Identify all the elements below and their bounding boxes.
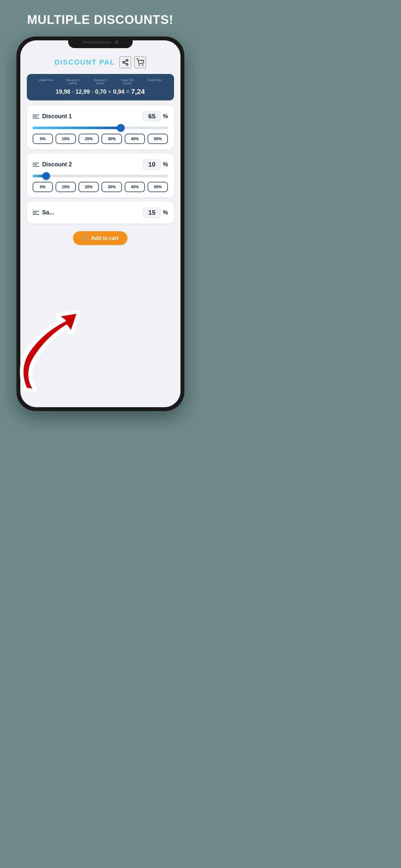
svg-line-3 <box>124 63 126 64</box>
svg-point-5 <box>139 65 140 66</box>
discount1-value-group: 65 % <box>142 111 168 122</box>
op4: = <box>126 89 129 95</box>
discount2-pct-buttons: 0% 10% 20% 30% 40% 50% <box>33 182 168 192</box>
discount1-title-group: Discount 1 <box>33 113 72 120</box>
summary-values: 19,98 - 12,99 - 0,70 + 0,94 = 7,24 <box>33 88 168 96</box>
notch-bar <box>82 41 112 43</box>
discount2-slider-track[interactable] <box>33 175 168 177</box>
phone-notch <box>68 36 133 48</box>
discount2-title: Discount 2 <box>42 161 72 168</box>
discount2-header: Discount 2 10 % <box>33 159 168 170</box>
share-button[interactable] <box>120 57 131 68</box>
sliders-icon-1 <box>33 115 39 119</box>
discount2-title-group: Discount 2 <box>33 161 72 168</box>
discount2-slider-thumb[interactable] <box>42 172 50 180</box>
final-price-value: 7,24 <box>131 88 145 96</box>
d2-pct-btn-0[interactable]: 0% <box>33 182 53 192</box>
phone-frame: DISCOUNT PAL <box>17 36 184 411</box>
pct-btn-10[interactable]: 10% <box>56 134 76 144</box>
discount1-card: Discount 1 65 % 0% 10% 20% <box>27 105 174 149</box>
discount1-slider-thumb[interactable] <box>117 124 125 132</box>
discount2-value: 0,70 <box>95 89 106 95</box>
cart-button[interactable]: 1 <box>134 57 146 68</box>
col-tax: Sales Tax(15%) <box>114 79 141 85</box>
tax-value: 0,94 <box>113 89 124 95</box>
op3: + <box>108 89 112 95</box>
pct-btn-50[interactable]: 50% <box>148 134 168 144</box>
discount1-value: 12,99 <box>75 89 90 95</box>
pct-btn-40[interactable]: 40% <box>125 134 145 144</box>
pct-btn-0[interactable]: 0% <box>33 134 53 144</box>
discount1-title: Discount 1 <box>42 113 72 120</box>
pct-btn-20[interactable]: 20% <box>79 134 99 144</box>
col-discount2: Discount 2(10%) <box>87 79 114 85</box>
discount2-percent: % <box>163 161 168 168</box>
notch-dot <box>115 40 119 44</box>
summary-bar: Initial Price Discount 1(65%) Discount 2… <box>27 74 174 100</box>
discount1-slider-track[interactable] <box>33 127 168 129</box>
pct-btn-30[interactable]: 30% <box>101 134 122 144</box>
discount1-slider-container[interactable] <box>33 127 168 129</box>
d2-pct-btn-50[interactable]: 50% <box>148 182 168 192</box>
discount1-pct-buttons: 0% 10% 20% 30% 40% 50% <box>33 134 168 144</box>
svg-text:1: 1 <box>141 59 143 61</box>
sliders-icon-2 <box>33 163 39 166</box>
col-initial: Initial Price <box>33 79 60 85</box>
d2-pct-btn-20[interactable]: 20% <box>79 182 99 192</box>
page-title: MULTIPLE DISCOUNTS! <box>27 13 174 27</box>
discount1-percent: % <box>163 113 168 120</box>
col-discount1: Discount 1(65%) <box>60 79 87 85</box>
sliders-icon-3 <box>33 211 39 215</box>
screen-content: DISCOUNT PAL <box>20 40 181 407</box>
discount2-value-group: 10 % <box>142 159 168 170</box>
sales-tax-value-box[interactable]: 15 <box>142 207 161 218</box>
op2: - <box>92 89 94 95</box>
d2-pct-btn-30[interactable]: 30% <box>101 182 122 192</box>
op1: - <box>72 89 74 95</box>
app-header: DISCOUNT PAL <box>27 57 174 68</box>
discount2-slider-container[interactable] <box>33 175 168 177</box>
d2-pct-btn-40[interactable]: 40% <box>125 182 145 192</box>
sales-tax-title-group: Sa... <box>33 209 54 216</box>
header-icons: 1 <box>120 57 146 68</box>
summary-headers: Initial Price Discount 1(65%) Discount 2… <box>33 79 168 85</box>
sales-tax-percent: % <box>163 209 168 216</box>
phone-screen: DISCOUNT PAL <box>20 40 181 407</box>
initial-price-value: 19,98 <box>56 89 70 95</box>
sales-tax-card: Sa... 15 % <box>27 202 174 223</box>
discount1-slider-fill <box>33 127 121 129</box>
add-cart-row: 🛒 Add to cart <box>27 228 174 245</box>
discount2-card: Discount 2 10 % 0% 10% 20% <box>27 154 174 197</box>
col-final: Final Price <box>141 79 168 85</box>
discount2-value-box[interactable]: 10 <box>142 159 161 170</box>
discount1-value-box[interactable]: 65 <box>142 111 161 122</box>
svg-line-4 <box>124 61 126 62</box>
add-to-cart-label: Add to cart <box>91 236 118 241</box>
sales-tax-value-group: 15 % <box>142 207 168 218</box>
sales-tax-title: Sa... <box>42 209 54 216</box>
app-title: DISCOUNT PAL <box>55 58 115 66</box>
add-to-cart-button[interactable]: 🛒 Add to cart <box>73 231 127 245</box>
svg-point-6 <box>143 65 143 66</box>
discount1-header: Discount 1 65 % <box>33 111 168 122</box>
d2-pct-btn-10[interactable]: 10% <box>56 182 76 192</box>
cart-icon: 🛒 <box>82 235 89 241</box>
